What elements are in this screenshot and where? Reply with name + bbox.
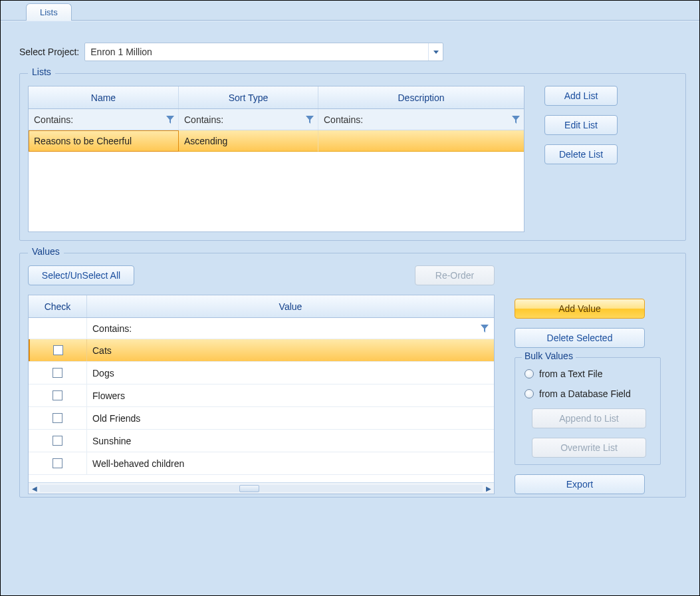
tab-lists[interactable]: Lists: [26, 3, 72, 21]
values-row-value: Sunshine: [87, 430, 494, 452]
main-panel: Select Project: Enron 1 Million Lists Na…: [1, 21, 699, 595]
values-row-check-area: [29, 430, 87, 452]
values-toolbar: Select/UnSelect All Re-Order: [28, 265, 495, 285]
bulk-legend: Bulk Values: [522, 351, 576, 361]
values-filter-check: [29, 318, 87, 339]
values-row-value: Well-behaved children: [87, 452, 494, 474]
funnel-icon: [512, 116, 520, 124]
filter-label: Contains:: [34, 114, 73, 125]
values-row[interactable]: Sunshine: [29, 430, 494, 452]
values-row-check-area: [29, 407, 87, 429]
add-value-button[interactable]: Add Value: [515, 299, 645, 319]
values-header-value[interactable]: Value: [87, 295, 494, 317]
radio-icon: [525, 369, 534, 378]
filter-label: Contains:: [324, 114, 363, 125]
values-row[interactable]: Cats: [29, 339, 494, 362]
values-filter-row: Contains:: [29, 318, 494, 339]
funnel-icon: [481, 325, 489, 333]
lists-filter-name[interactable]: Contains:: [29, 109, 179, 130]
lists-cell-desc: [318, 130, 524, 152]
filter-label: Contains:: [184, 114, 223, 125]
funnel-icon: [306, 116, 314, 124]
checkbox[interactable]: [53, 390, 62, 400]
export-button[interactable]: Export: [515, 474, 645, 494]
bulk-values-group: Bulk Values from a Text File from a Data…: [515, 357, 661, 465]
lists-legend: Lists: [28, 67, 55, 77]
scroll-track[interactable]: [40, 485, 483, 492]
checkbox[interactable]: [53, 436, 62, 446]
values-row-check-area: [29, 339, 87, 361]
values-row-value: Dogs: [87, 362, 494, 384]
lists-cell-name: Reasons to be Cheerful: [29, 130, 179, 152]
values-groupbox: Values Select/UnSelect All Re-Order Chec…: [19, 253, 686, 498]
scroll-left-icon[interactable]: ◀: [29, 484, 40, 494]
lists-header-name[interactable]: Name: [29, 86, 179, 108]
lists-header-desc[interactable]: Description: [318, 86, 524, 108]
values-body: CatsDogsFlowersOld FriendsSunshineWell-b…: [29, 339, 494, 494]
values-row[interactable]: Old Friends: [29, 407, 494, 430]
tabstrip: Lists: [1, 1, 699, 21]
values-row-check-area: [29, 362, 87, 384]
values-row-check-area: [29, 452, 87, 474]
lists-grid: Name Sort Type Description Contains: Con…: [28, 86, 525, 232]
values-row-value: Cats: [87, 339, 494, 361]
checkbox[interactable]: [53, 345, 63, 355]
values-grid: Check Value Contains: CatsDogsFlowersOld…: [28, 295, 495, 494]
checkbox[interactable]: [53, 368, 62, 378]
scroll-right-icon[interactable]: ▶: [483, 484, 494, 494]
delete-list-button[interactable]: Delete List: [544, 144, 618, 164]
lists-header-sort[interactable]: Sort Type: [179, 86, 318, 108]
lists-buttons: Add List Edit List Delete List: [544, 86, 677, 232]
add-list-button[interactable]: Add List: [544, 86, 618, 106]
lists-header-row: Name Sort Type Description: [29, 86, 524, 109]
values-row[interactable]: Dogs: [29, 362, 494, 384]
funnel-icon: [166, 116, 174, 124]
radio-text-file[interactable]: from a Text File: [525, 369, 653, 379]
checkbox[interactable]: [53, 413, 62, 423]
values-row-value: Flowers: [87, 384, 494, 406]
radio-icon: [525, 389, 534, 398]
append-to-list-button[interactable]: Append to List: [532, 408, 646, 428]
values-header-row: Check Value: [29, 295, 494, 318]
project-row: Select Project: Enron 1 Million: [19, 43, 686, 61]
values-legend: Values: [28, 246, 64, 257]
horizontal-scrollbar[interactable]: ◀ ▶: [29, 482, 494, 494]
edit-list-button[interactable]: Edit List: [544, 115, 618, 135]
values-row[interactable]: Well-behaved children: [29, 452, 494, 475]
scroll-thumb[interactable]: [239, 485, 259, 492]
values-row-check-area: [29, 384, 87, 406]
project-dropdown-value: Enron 1 Million: [85, 47, 428, 57]
delete-selected-button[interactable]: Delete Selected: [515, 328, 645, 348]
checkbox[interactable]: [53, 458, 62, 468]
radio-db-field-label: from a Database Field: [539, 388, 631, 399]
lists-groupbox: Lists Name Sort Type Description Contain…: [19, 73, 686, 241]
overwrite-list-button[interactable]: Overwrite List: [532, 438, 646, 458]
select-all-button[interactable]: Select/UnSelect All: [28, 265, 134, 285]
lists-filter-row: Contains: Contains: Contains:: [29, 109, 524, 130]
values-row-value: Old Friends: [87, 407, 494, 429]
lists-row[interactable]: Reasons to be Cheerful Ascending: [29, 130, 524, 152]
values-filter-value[interactable]: Contains:: [87, 318, 494, 339]
project-dropdown[interactable]: Enron 1 Million: [84, 43, 443, 61]
select-project-label: Select Project:: [19, 47, 79, 57]
values-right-column: Add Value Delete Selected Bulk Values fr…: [515, 265, 661, 494]
reorder-button[interactable]: Re-Order: [415, 265, 495, 285]
filter-label: Contains:: [92, 323, 132, 334]
radio-db-field[interactable]: from a Database Field: [525, 388, 653, 399]
lists-cell-sort: Ascending: [179, 130, 318, 152]
values-row[interactable]: Flowers: [29, 384, 494, 407]
lists-body: Reasons to be Cheerful Ascending: [29, 130, 524, 231]
lists-filter-sort[interactable]: Contains:: [179, 109, 318, 130]
chevron-down-icon: [428, 43, 443, 61]
values-header-check[interactable]: Check: [29, 295, 87, 317]
radio-text-file-label: from a Text File: [539, 369, 602, 379]
lists-filter-desc[interactable]: Contains:: [318, 109, 524, 130]
